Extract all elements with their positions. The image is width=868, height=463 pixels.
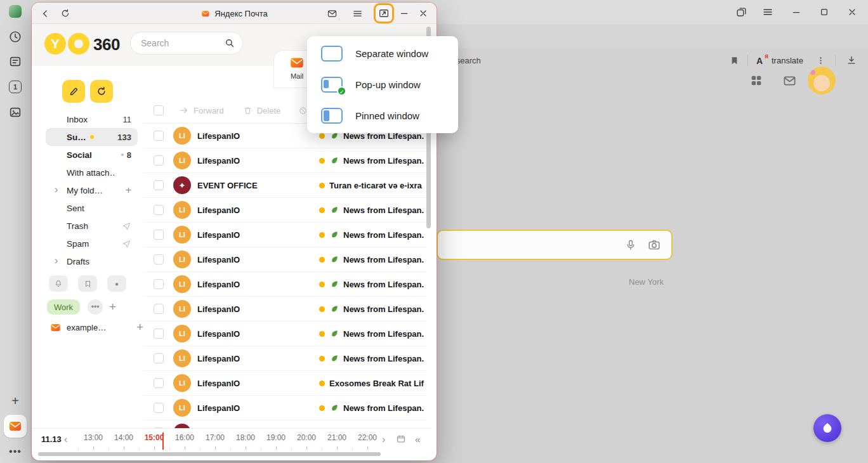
page-mail-icon[interactable] bbox=[782, 73, 797, 88]
user-avatar[interactable] bbox=[808, 67, 836, 95]
image-search-icon[interactable] bbox=[647, 238, 661, 252]
page-search-box[interactable] bbox=[437, 230, 673, 260]
label-work[interactable]: Work bbox=[47, 299, 80, 315]
folder-item-su[interactable]: Su…133 bbox=[46, 128, 138, 146]
delete-button[interactable]: Delete bbox=[243, 106, 281, 115]
folder-item-sent[interactable]: Sent bbox=[46, 199, 138, 217]
timeline-next-icon[interactable]: › bbox=[382, 434, 385, 445]
timeline-calendar-icon[interactable] bbox=[396, 434, 406, 444]
day-timeline[interactable]: 11.13 ‹ 13:0014:0015:0016:0017:0018:0019… bbox=[32, 428, 431, 452]
history-clock-icon[interactable] bbox=[8, 30, 22, 44]
bookmark-chip-icon[interactable] bbox=[78, 275, 97, 292]
message-row[interactable]: LILifespanIONews from Lifespan. bbox=[143, 223, 426, 247]
label-more-icon[interactable]: ••• bbox=[88, 299, 103, 315]
message-checkbox[interactable] bbox=[154, 254, 164, 264]
unread-filter-icon[interactable]: ● bbox=[107, 275, 126, 292]
message-row[interactable]: LILifespanIONews from Lifespan. bbox=[143, 322, 426, 346]
menu-item-pop-up-window[interactable]: ✓Pop-up window bbox=[307, 69, 458, 100]
message-row[interactable]: LILifespanIOExosomes Break Rat Lif bbox=[143, 371, 426, 396]
timeline-collapse-icon[interactable]: « bbox=[415, 434, 420, 445]
folder-item-inbox[interactable]: Inbox11 bbox=[46, 110, 138, 128]
back-icon[interactable] bbox=[37, 5, 53, 22]
mail-search-box[interactable] bbox=[130, 32, 243, 55]
bookmark-flag-icon[interactable] bbox=[727, 53, 742, 68]
yandex-mail-app-icon[interactable] bbox=[4, 415, 27, 438]
refresh-button[interactable] bbox=[90, 80, 113, 103]
sender-avatar: LI bbox=[173, 226, 191, 244]
location-hint[interactable]: New York bbox=[629, 277, 664, 287]
images-icon[interactable] bbox=[8, 105, 22, 119]
folder-label: Su… bbox=[67, 133, 86, 142]
account-row[interactable]: example… + bbox=[49, 320, 143, 335]
message-checkbox[interactable] bbox=[154, 131, 164, 141]
address-more-icon[interactable] bbox=[813, 53, 828, 68]
popup-minimize-button[interactable] bbox=[396, 5, 412, 22]
add-folder-icon[interactable]: + bbox=[126, 185, 131, 195]
apps-grid-icon[interactable] bbox=[749, 73, 764, 88]
message-checkbox[interactable] bbox=[154, 279, 164, 289]
message-checkbox[interactable] bbox=[154, 155, 164, 166]
mail-search-input[interactable] bbox=[131, 38, 213, 48]
folder-item-my-fold[interactable]: ›My fold…+ bbox=[46, 181, 138, 199]
message-checkbox[interactable] bbox=[154, 230, 164, 240]
folder-item-spam[interactable]: Spam bbox=[46, 235, 138, 252]
horizontal-scrollbar[interactable] bbox=[38, 452, 381, 456]
message-checkbox[interactable] bbox=[154, 329, 164, 339]
message-checkbox[interactable] bbox=[154, 353, 164, 363]
sender-avatar: LI bbox=[173, 127, 191, 145]
message-row[interactable]: LILifespanIONews from Lifespan. bbox=[143, 247, 426, 272]
sender-avatar: LI bbox=[173, 275, 191, 293]
window-mode-button[interactable] bbox=[376, 5, 392, 22]
message-checkbox[interactable] bbox=[154, 378, 164, 388]
message-row[interactable]: LILifespanIONews from Lifespan. bbox=[143, 396, 426, 421]
folder-item-social[interactable]: Social8 bbox=[46, 146, 138, 164]
message-checkbox[interactable] bbox=[154, 403, 164, 413]
message-sender: LifespanIO bbox=[197, 329, 315, 339]
message-checkbox[interactable] bbox=[154, 180, 164, 190]
unread-mail-icon[interactable] bbox=[324, 5, 340, 22]
notifications-bell-icon[interactable] bbox=[49, 275, 68, 292]
message-row[interactable]: ✦EVENT OFFICETuran e-ticarət və e-ixra bbox=[143, 173, 426, 198]
side-panels-icon[interactable] bbox=[733, 4, 749, 20]
message-checkbox[interactable] bbox=[154, 304, 164, 314]
message-row[interactable]: LILifespanIONews from Lifespan. bbox=[143, 297, 426, 322]
account-mail-icon bbox=[49, 322, 62, 334]
alice-assistant-button[interactable] bbox=[813, 414, 841, 442]
folder-item-drafts[interactable]: ›Drafts bbox=[46, 252, 138, 270]
feed-icon[interactable] bbox=[8, 55, 22, 68]
compose-button[interactable] bbox=[62, 80, 85, 103]
folder-item-trash[interactable]: Trash bbox=[46, 217, 138, 235]
message-row[interactable]: ✦ bbox=[143, 421, 426, 428]
search-icon[interactable] bbox=[224, 37, 235, 49]
popup-menu-icon[interactable] bbox=[349, 5, 365, 22]
popup-close-button[interactable] bbox=[415, 5, 431, 22]
message-row[interactable]: LILifespanIONews from Lifespan. bbox=[143, 148, 426, 173]
message-row[interactable]: LILifespanIONews from Lifespan. bbox=[143, 198, 426, 223]
timeline-time: 19:00 bbox=[261, 429, 291, 452]
window-maximize-button[interactable] bbox=[817, 4, 832, 20]
folder-item-with-attach[interactable]: With attach… bbox=[46, 164, 138, 181]
menu-item-pinned-window[interactable]: Pinned window bbox=[307, 100, 458, 131]
translate-button[interactable]: Aя translate bbox=[753, 51, 807, 69]
delete-label: Delete bbox=[257, 106, 281, 115]
add-label-icon[interactable]: + bbox=[109, 300, 116, 314]
add-panel-icon[interactable]: + bbox=[11, 394, 19, 408]
browser-menu-icon[interactable] bbox=[760, 4, 775, 20]
timeline-prev-icon[interactable]: ‹ bbox=[64, 434, 67, 445]
forward-button[interactable]: Forward bbox=[179, 105, 224, 115]
voice-search-icon[interactable] bbox=[624, 238, 637, 251]
tab-counter-badge[interactable]: 1 bbox=[9, 81, 22, 93]
menu-item-separate-window[interactable]: Separate window bbox=[307, 38, 458, 69]
message-checkbox[interactable] bbox=[154, 205, 164, 215]
yandex-360-logo-y[interactable]: Y bbox=[44, 33, 66, 55]
window-minimize-button[interactable] bbox=[789, 4, 804, 20]
rail-more-icon[interactable]: ••• bbox=[9, 446, 22, 457]
select-all-checkbox[interactable] bbox=[154, 105, 164, 115]
message-row[interactable]: LILifespanIONews from Lifespan. bbox=[143, 272, 426, 297]
profile-avatar[interactable] bbox=[9, 5, 22, 18]
window-close-button[interactable] bbox=[845, 4, 860, 20]
reload-icon[interactable] bbox=[57, 5, 74, 22]
message-row[interactable]: LILifespanIONews from Lifespan. bbox=[143, 346, 426, 371]
count-dot bbox=[121, 153, 124, 156]
downloads-icon[interactable] bbox=[844, 53, 859, 68]
